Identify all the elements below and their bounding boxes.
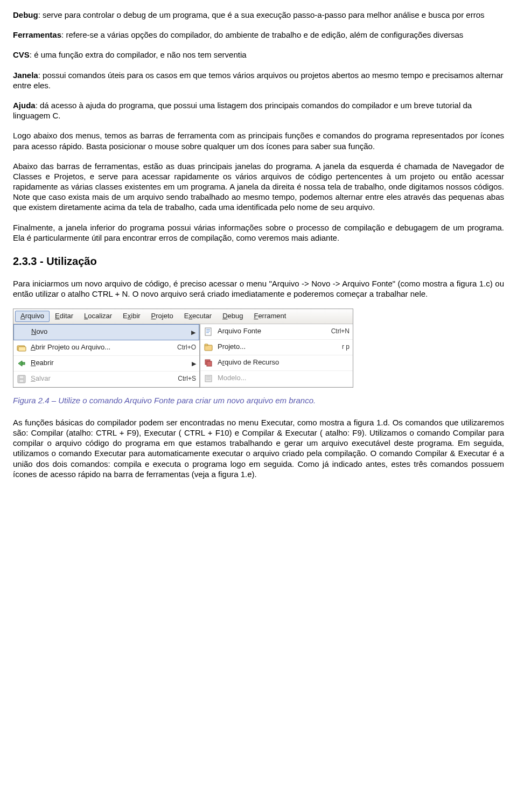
menu-item-modelo: Modelo... <box>200 371 353 387</box>
menu-editar[interactable]: Editar <box>50 311 79 322</box>
save-icon <box>16 374 27 384</box>
menu-localizar[interactable]: Localizar <box>79 311 117 322</box>
menu-debug[interactable]: Debug <box>217 311 248 322</box>
menu-arquivo[interactable]: Arquivo <box>15 311 50 322</box>
template-icon <box>202 374 214 383</box>
svg-rect-10 <box>206 332 209 333</box>
text-ajuda: : dá acesso à ajuda do programa, que pos… <box>13 101 472 120</box>
menu-item-reabrir[interactable]: Reabrir ▶ <box>13 356 199 372</box>
devcpp-screenshot: Arquivo Editar Localizar Exibir Projeto … <box>13 309 353 388</box>
label-projeto: Projeto... <box>218 342 339 352</box>
menu-item-salvar: Salvar Ctrl+S <box>13 372 199 387</box>
shortcut-fonte: Ctrl+N <box>331 327 350 335</box>
shortcut-abrir: Ctrl+O <box>177 344 196 352</box>
menu-item-projeto[interactable]: Projeto... r p <box>200 340 353 355</box>
para-windows-desc: Abaixo das barras de ferramentas, estão … <box>13 161 504 213</box>
project-icon <box>202 342 214 352</box>
para-ajuda: Ajuda: dá acesso à ajuda do programa, qu… <box>13 100 504 121</box>
label-arquivo-fonte: Arquivo Fonte <box>218 327 328 336</box>
text-debug: : serve para controlar o debug de um pro… <box>38 10 485 19</box>
menu-exibir[interactable]: Exibir <box>117 311 146 322</box>
menu-projeto[interactable]: Projeto <box>146 311 179 322</box>
menu-item-novo[interactable]: Novo ▶ <box>13 324 199 340</box>
folder-open-icon <box>16 343 27 353</box>
svg-rect-16 <box>206 376 211 377</box>
arquivo-dropdown: Novo ▶ Abrir Projeto ou Arquivo... Ctrl+… <box>13 324 200 387</box>
svg-rect-3 <box>22 362 25 365</box>
para-ferramentas: Ferramentas: refere-se a várias opções d… <box>13 30 504 40</box>
heading-utilizacao: 2.3.3 - Utilização <box>13 255 504 269</box>
reopen-icon <box>16 359 27 368</box>
para-debug: Debug: serve para controlar o debug de u… <box>13 10 504 20</box>
svg-rect-17 <box>206 379 211 380</box>
svg-rect-12 <box>205 344 208 346</box>
para-new-file: Para iniciarmos um novo arquivo de códig… <box>13 278 504 299</box>
para-compile-commands: As funções básicas do compilador podem s… <box>13 417 504 479</box>
novo-submenu: Arquivo Fonte Ctrl+N Projeto... r p Arqu… <box>200 324 353 387</box>
svg-rect-5 <box>19 376 24 379</box>
svg-rect-14 <box>207 361 212 366</box>
label-janela: Janela <box>13 71 38 80</box>
label-debug: Debug <box>13 10 38 19</box>
resource-icon <box>202 358 214 368</box>
para-toolbar-desc: Logo abaixo dos menus, temos as barras d… <box>13 130 504 151</box>
menu-executar[interactable]: Executar <box>179 311 217 322</box>
figure-caption: Figura 2.4 – Utilize o comando Arquivo F… <box>13 395 504 405</box>
label-cvs: CVS <box>13 50 30 59</box>
source-file-icon <box>202 327 214 337</box>
menu-item-abrir[interactable]: Abrir Projeto ou Arquivo... Ctrl+O <box>13 340 199 356</box>
menu-item-recurso[interactable]: Arquivo de Recurso <box>200 355 353 371</box>
text-cvs: : é uma função extra do compilador, e nã… <box>30 50 247 59</box>
para-bottom-panel: Finalmente, a janela inferior do program… <box>13 222 504 243</box>
shortcut-blank: r p <box>342 343 350 351</box>
chevron-right-icon: ▶ <box>192 360 196 367</box>
chevron-right-icon: ▶ <box>191 328 195 336</box>
label-modelo: Modelo... <box>218 374 350 383</box>
para-cvs: CVS: é uma função extra do compilador, e… <box>13 50 504 60</box>
label-ajuda: Ajuda <box>13 101 36 110</box>
svg-rect-1 <box>18 347 26 351</box>
text-ferramentas: : refere-se a várias opções do compilado… <box>61 30 463 39</box>
blank-icon <box>16 327 28 337</box>
svg-rect-9 <box>206 331 210 332</box>
menu-ferrament[interactable]: Ferrament <box>248 311 291 322</box>
para-janela: Janela: possui comandos úteis para os ca… <box>13 70 504 90</box>
menubar: Arquivo Editar Localizar Exibir Projeto … <box>13 309 353 324</box>
shortcut-salvar: Ctrl+S <box>178 375 196 383</box>
svg-rect-6 <box>19 380 24 382</box>
text-janela: : possui comandos úteis para os casos em… <box>13 71 503 90</box>
svg-rect-8 <box>206 329 210 330</box>
svg-marker-2 <box>18 361 22 366</box>
menu-item-arquivo-fonte[interactable]: Arquivo Fonte Ctrl+N <box>200 324 353 340</box>
label-ferramentas: Ferramentas <box>13 30 61 39</box>
